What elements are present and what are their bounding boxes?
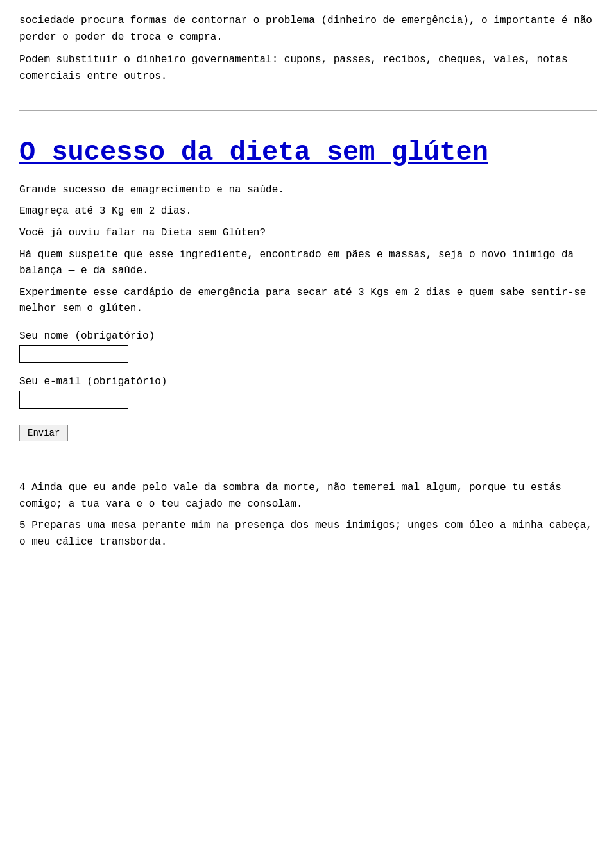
article-body-1: Grande sucesso de emagrecimento e na saú… [19, 182, 597, 199]
submit-button[interactable]: Enviar [19, 425, 68, 441]
name-label: Seu nome (obrigatório) [19, 330, 597, 342]
email-label: Seu e-mail (obrigatório) [19, 376, 597, 387]
contact-form: Seu nome (obrigatório) Seu e-mail (obrig… [19, 330, 597, 441]
article-body-5: Experimente esse cardápio de emergência … [19, 285, 597, 318]
article-body-3: Você já ouviu falar na Dieta sem Glúten? [19, 225, 597, 242]
verse-5: 5 Preparas uma mesa perante mim na prese… [19, 518, 597, 550]
verse-4: 4 Ainda que eu ande pelo vale da sombra … [19, 480, 597, 513]
page-wrapper: sociedade procura formas de contornar o … [0, 0, 616, 568]
intro-section: sociedade procura formas de contornar o … [19, 13, 597, 85]
intro-paragraph-1: sociedade procura formas de contornar o … [19, 13, 597, 46]
name-group: Seu nome (obrigatório) [19, 330, 597, 363]
article-body-2: Emagreça até 3 Kg em 2 dias. [19, 203, 597, 220]
article-title: O sucesso da dieta sem glúten [19, 137, 597, 169]
name-input[interactable] [19, 345, 128, 363]
divider-1 [19, 110, 597, 111]
bottom-section: 4 Ainda que eu ande pelo vale da sombra … [19, 480, 597, 550]
email-input[interactable] [19, 391, 128, 409]
article-section: O sucesso da dieta sem glúten Grande suc… [19, 137, 597, 441]
email-group: Seu e-mail (obrigatório) [19, 376, 597, 409]
intro-paragraph-2: Podem substituir o dinheiro governamenta… [19, 52, 597, 85]
article-body-4: Há quem suspeite que esse ingrediente, e… [19, 247, 597, 280]
